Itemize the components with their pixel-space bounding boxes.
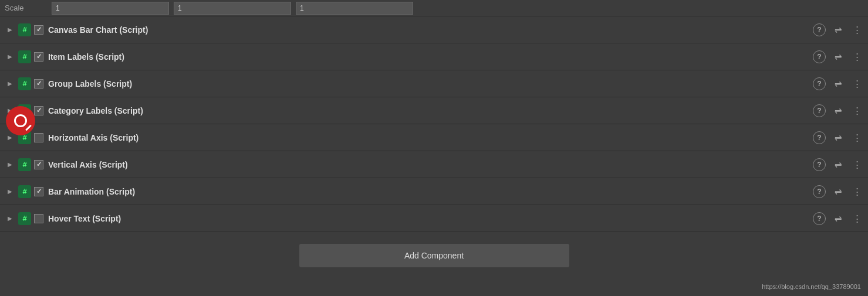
component-checkbox[interactable] (34, 187, 43, 196)
scale-y-field[interactable] (174, 2, 291, 15)
hash-icon: # (18, 158, 31, 171)
hash-icon: # (18, 50, 31, 63)
footer-link: https://blog.csdn.net/qq_33789001 (762, 283, 861, 290)
component-name: Bar Animation (Script) (48, 187, 813, 196)
component-name: Category Labels (Script) (48, 106, 813, 115)
row-actions: ? ⇌ ⋮ (813, 185, 863, 198)
expand-arrow-icon[interactable]: ▶ (5, 52, 15, 62)
scale-label: Scale (5, 4, 52, 12)
hash-icon: # (18, 77, 31, 90)
component-name: Group Labels (Script) (48, 79, 813, 89)
component-checkbox[interactable] (34, 79, 43, 89)
component-row: ▶ # Hover Text (Script) ? ⇌ ⋮ (0, 205, 868, 232)
component-name: Canvas Bar Chart (Script) (48, 25, 813, 35)
settings-icon[interactable]: ⇌ (832, 104, 845, 117)
scale-z-field[interactable] (296, 2, 413, 15)
component-row: ▶ # Item Labels (Script) ? ⇌ ⋮ (0, 43, 868, 70)
settings-icon[interactable]: ⇌ (832, 23, 845, 36)
help-icon[interactable]: ? (813, 212, 826, 225)
row-actions: ? ⇌ ⋮ (813, 212, 863, 225)
row-actions: ? ⇌ ⋮ (813, 131, 863, 144)
row-actions: ? ⇌ ⋮ (813, 50, 863, 63)
more-options-icon[interactable]: ⋮ (850, 104, 863, 117)
settings-icon[interactable]: ⇌ (832, 50, 845, 63)
search-circle-icon (14, 114, 27, 127)
help-icon[interactable]: ? (813, 77, 826, 90)
more-options-icon[interactable]: ⋮ (850, 158, 863, 171)
component-checkbox[interactable] (34, 52, 43, 62)
help-icon[interactable]: ? (813, 23, 826, 36)
more-options-icon[interactable]: ⋮ (850, 212, 863, 225)
scale-row: Scale (0, 0, 868, 16)
settings-icon[interactable]: ⇌ (832, 212, 845, 225)
more-options-icon[interactable]: ⋮ (850, 185, 863, 198)
help-icon[interactable]: ? (813, 131, 826, 144)
row-actions: ? ⇌ ⋮ (813, 104, 863, 117)
more-options-icon[interactable]: ⋮ (850, 131, 863, 144)
add-component-button[interactable]: Add Component (299, 244, 569, 267)
hash-icon: # (18, 212, 31, 225)
add-component-area: Add Component (0, 232, 868, 273)
component-checkbox[interactable] (34, 214, 43, 223)
component-list: ▶ # Canvas Bar Chart (Script) ? ⇌ ⋮ ▶ # … (0, 16, 868, 232)
row-actions: ? ⇌ ⋮ (813, 23, 863, 36)
more-options-icon[interactable]: ⋮ (850, 50, 863, 63)
search-icon[interactable] (6, 106, 35, 135)
component-checkbox[interactable] (34, 25, 43, 35)
expand-arrow-icon[interactable]: ▶ (5, 79, 15, 89)
settings-icon[interactable]: ⇌ (832, 77, 845, 90)
component-row: ▶ # Vertical Axis (Script) ? ⇌ ⋮ (0, 151, 868, 178)
expand-arrow-icon[interactable]: ▶ (5, 186, 15, 197)
more-options-icon[interactable]: ⋮ (850, 77, 863, 90)
component-checkbox[interactable] (34, 160, 43, 169)
hash-icon: # (18, 23, 31, 36)
component-name: Vertical Axis (Script) (48, 160, 813, 169)
settings-icon[interactable]: ⇌ (832, 158, 845, 171)
component-row: ▶ # Group Labels (Script) ? ⇌ ⋮ (0, 70, 868, 97)
row-actions: ? ⇌ ⋮ (813, 158, 863, 171)
expand-arrow-icon[interactable]: ▶ (5, 25, 15, 35)
component-row: ▶ # Bar Animation (Script) ? ⇌ ⋮ (0, 178, 868, 205)
component-checkbox[interactable] (34, 106, 43, 115)
help-icon[interactable]: ? (813, 104, 826, 117)
help-icon[interactable]: ? (813, 185, 826, 198)
scale-x-field[interactable] (52, 2, 169, 15)
component-checkbox[interactable] (34, 133, 43, 142)
settings-icon[interactable]: ⇌ (832, 131, 845, 144)
component-name: Item Labels (Script) (48, 52, 813, 62)
help-icon[interactable]: ? (813, 50, 826, 63)
settings-icon[interactable]: ⇌ (832, 185, 845, 198)
hash-icon: # (18, 185, 31, 198)
component-row: ▶ # Horizontal Axis (Script) ? ⇌ ⋮ (0, 124, 868, 151)
component-name: Hover Text (Script) (48, 214, 813, 223)
more-options-icon[interactable]: ⋮ (850, 23, 863, 36)
component-name: Horizontal Axis (Script) (48, 133, 813, 142)
row-actions: ? ⇌ ⋮ (813, 77, 863, 90)
expand-arrow-icon[interactable]: ▶ (5, 213, 15, 224)
expand-arrow-icon[interactable]: ▶ (5, 159, 15, 170)
component-row: ▶ # Canvas Bar Chart (Script) ? ⇌ ⋮ (0, 16, 868, 43)
component-row: ▶ # Category Labels (Script) ? ⇌ ⋮ (0, 97, 868, 124)
help-icon[interactable]: ? (813, 158, 826, 171)
